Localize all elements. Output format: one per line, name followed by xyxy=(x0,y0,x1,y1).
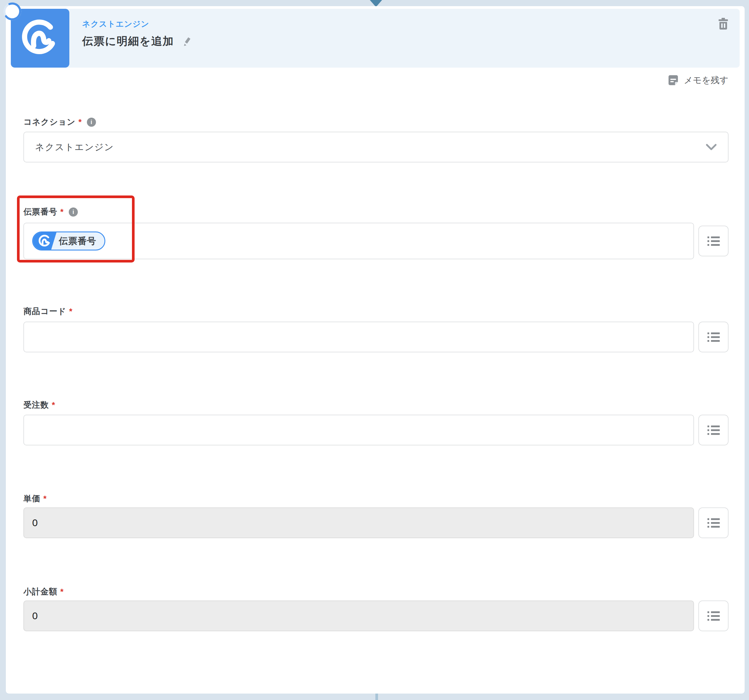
node-connection-handle[interactable] xyxy=(2,2,22,21)
product-code-input[interactable] xyxy=(23,322,694,352)
product-code-label: 商品コード xyxy=(23,306,66,317)
order-qty-label: 受注数 xyxy=(23,399,49,411)
required-marker: * xyxy=(60,207,64,217)
flow-connector-line xyxy=(375,693,378,700)
subtotal-label: 小計金額 xyxy=(23,586,57,597)
connection-select[interactable]: ネクストエンジン xyxy=(23,132,729,162)
subtotal-reference-button[interactable] xyxy=(699,601,729,631)
app-name-label: ネクストエンジン xyxy=(82,19,192,29)
memo-row[interactable]: メモを残す xyxy=(23,74,729,86)
chevron-down-icon xyxy=(706,144,717,151)
bulleted-list-icon xyxy=(707,425,720,436)
required-marker: * xyxy=(60,587,64,596)
pencil-icon xyxy=(182,36,192,46)
connection-select-value: ネクストエンジン xyxy=(35,141,114,153)
product-code-reference-button[interactable] xyxy=(699,322,729,352)
subtotal-label-row: 小計金額 * xyxy=(23,587,729,597)
node-card: ネクストエンジン 伝票に明細を追加 xyxy=(6,6,744,694)
bulleted-list-icon xyxy=(707,236,720,246)
subtotal-input[interactable]: 0 xyxy=(23,601,694,631)
node-title: 伝票に明細を追加 xyxy=(82,34,174,49)
unit-price-label: 単価 xyxy=(23,493,40,504)
next-engine-logo-icon xyxy=(38,234,52,248)
order-qty-reference-button[interactable] xyxy=(699,415,729,445)
token-chip-label: 伝票番号 xyxy=(57,232,104,250)
node-header: ネクストエンジン 伝票に明細を追加 xyxy=(11,9,740,67)
unit-price-label-row: 単価 * xyxy=(23,494,729,504)
workflow-canvas: { "node": { "app_label": "ネクストエンジン", "ti… xyxy=(0,0,749,700)
unit-price-value: 0 xyxy=(32,517,38,529)
note-icon xyxy=(667,74,679,86)
unit-price-reference-button[interactable] xyxy=(699,507,729,538)
voucher-no-reference-button[interactable] xyxy=(699,226,729,256)
voucher-no-label-row: 伝票番号 * i xyxy=(23,207,729,217)
token-chip-app-segment xyxy=(33,232,57,250)
product-code-label-row: 商品コード * xyxy=(23,306,729,316)
info-circle-icon[interactable]: i xyxy=(69,208,78,217)
bulleted-list-icon xyxy=(707,611,720,621)
info-circle-icon[interactable]: i xyxy=(87,118,96,127)
required-marker: * xyxy=(52,400,55,410)
order-qty-input[interactable] xyxy=(23,415,694,445)
next-engine-logo-icon xyxy=(20,18,60,58)
delete-node-button[interactable] xyxy=(718,18,729,30)
node-form: メモを残す コネクション * i ネクストエンジン 伝票番号 * i xyxy=(23,67,729,631)
voucher-no-input[interactable]: 伝票番号 xyxy=(23,223,694,259)
unit-price-input[interactable]: 0 xyxy=(23,507,694,538)
node-header-text: ネクストエンジン 伝票に明細を追加 xyxy=(69,9,192,67)
required-marker: * xyxy=(43,494,46,503)
voucher-no-label: 伝票番号 xyxy=(23,206,57,217)
bulleted-list-icon xyxy=(707,332,720,342)
trash-icon xyxy=(718,18,729,30)
required-marker: * xyxy=(78,117,82,127)
bulleted-list-icon xyxy=(707,518,720,528)
memo-label: メモを残す xyxy=(684,74,729,86)
required-marker: * xyxy=(69,307,72,316)
subtotal-value: 0 xyxy=(32,610,38,622)
voucher-no-token-chip[interactable]: 伝票番号 xyxy=(32,231,105,251)
edit-title-button[interactable] xyxy=(182,36,192,46)
order-qty-label-row: 受注数 * xyxy=(23,400,729,410)
connection-label: コネクション xyxy=(23,116,75,128)
connection-label-row: コネクション * i xyxy=(23,117,729,127)
